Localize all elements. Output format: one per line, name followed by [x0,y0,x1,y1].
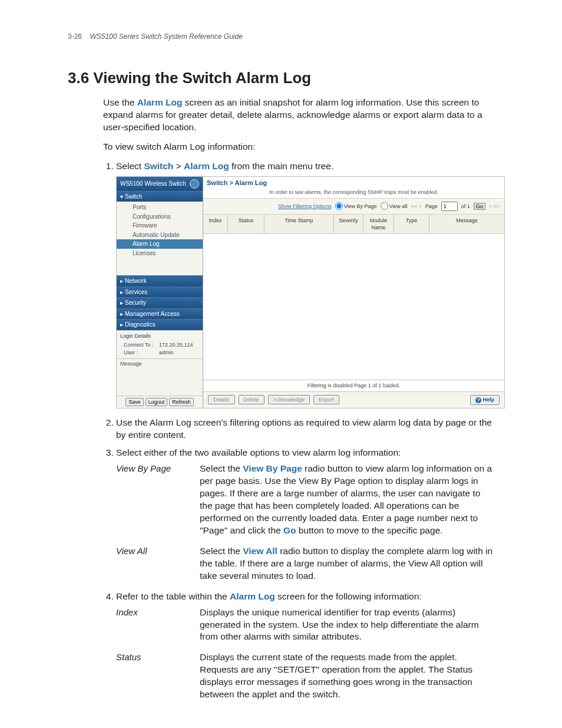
nav-section-security[interactable]: ▸Security [117,297,203,308]
filter-toolbar: Show Filtering Options View By Page View… [203,199,504,215]
option-view-all: View All Select the View All radio butto… [116,545,494,582]
logout-button[interactable]: Logout [146,398,168,406]
gear-icon [125,223,131,228]
step-1: Select Switch > Alarm Log from the main … [116,160,494,409]
page-number: 3-26 [68,32,82,41]
field-status: Status Displays the current state of the… [116,651,494,701]
delete-button[interactable]: Delete [239,395,265,404]
col-module[interactable]: Module Name [363,215,394,233]
action-bar: Details Delete Acknowledge Export ?Help [203,391,504,408]
screenshot-alarm-log: WS5100 Wireless Switch ▾Switch Ports Con… [116,176,505,409]
help-icon: ? [475,397,481,403]
intro-paragraph: Use the Alarm Log screen as an initial s… [103,97,494,134]
col-message[interactable]: Message [429,215,504,233]
nav-buttons: Save Logout Refresh [117,396,203,408]
export-button[interactable]: Export [313,395,339,404]
nav-section-switch[interactable]: ▾Switch [117,191,203,202]
running-header: 3-26 WS5100 Series Switch System Referen… [68,32,494,41]
tree-configurations[interactable]: Configurations [117,212,203,222]
view-all-radio[interactable]: View all [381,202,408,210]
table-header: Index Status Time Stamp Severity Module … [203,215,504,234]
nav-section-mgmt[interactable]: ▸Management Access [117,308,203,319]
show-filtering-link[interactable]: Show Filtering Options [278,203,332,210]
page-number-input[interactable] [441,202,458,211]
col-severity[interactable]: Severity [334,215,363,233]
step-2: Use the Alarm Log screen's filtering opt… [116,417,494,442]
nav-section-network[interactable]: ▸Network [117,275,203,286]
save-button[interactable]: Save [125,398,144,406]
view-options-list: View By Page Select the View By Page rad… [116,463,494,582]
nav-panel: WS5100 Wireless Switch ▾Switch Ports Con… [117,177,203,408]
lead-sentence: To view switch Alarm Log information: [103,141,494,153]
step-3: Select either of the two available optio… [116,447,494,582]
message-panel: Message [117,358,203,383]
step-list: Select Switch > Alarm Log from the main … [103,160,494,701]
field-index: Index Displays the unique numerical iden… [116,607,494,644]
login-details: Login Details Connect To :172.20.25.114 … [117,330,203,358]
key-icon [125,251,131,256]
view-by-page-radio[interactable]: View By Page [335,202,377,210]
main-panel: Switch > Alarm Log In order to see alarm… [203,177,504,408]
doc-title: WS5100 Series Switch System Reference Gu… [90,32,242,41]
col-type[interactable]: Type [394,215,429,233]
alarm-log-keyword: Alarm Log [137,97,183,107]
status-bar: Filtering is disabled Page 1 of 1 loaded… [203,380,504,391]
option-view-by-page: View By Page Select the View By Page rad… [116,463,494,537]
page: 3-26 WS5100 Series Switch System Referen… [0,0,562,728]
col-status[interactable]: Status [228,215,265,233]
page-nav-prev[interactable]: << < [411,203,421,210]
nav-tree: Ports Configurations Firmware Automatic … [117,202,203,275]
snmp-note: In order to see alarms, the correspondin… [203,189,504,198]
nav-section-diag[interactable]: ▸Diagnostics [117,319,203,330]
table-body [203,234,504,380]
body: Use the Alarm Log screen as an initial s… [103,97,494,701]
folder-icon [125,215,131,219]
step-4: Refer to the table within the Alarm Log … [116,591,494,701]
update-icon [125,233,131,238]
brand-bar: WS5100 Wireless Switch [117,177,203,191]
tree-alarm-log[interactable]: Alarm Log [117,239,203,249]
tree-automatic-update[interactable]: Automatic Update [117,230,203,240]
tree-licenses[interactable]: Licenses [117,249,203,258]
go-button[interactable]: Go [474,203,485,210]
alarm-icon [125,242,131,246]
details-button[interactable]: Details [208,395,235,404]
help-button[interactable]: ?Help [470,395,500,405]
breadcrumb: Switch > Alarm Log [203,177,504,189]
ports-icon [125,205,131,210]
field-list: Index Displays the unique numerical iden… [116,607,494,701]
acknowledge-button[interactable]: Acknowledge [268,395,310,404]
tree-firmware[interactable]: Firmware [117,221,203,230]
brand-logo-icon [190,179,199,189]
refresh-button[interactable]: Refresh [169,398,194,406]
page-nav-next[interactable]: > >> [489,203,500,210]
nav-section-services[interactable]: ▸Services [117,286,203,298]
col-timestamp[interactable]: Time Stamp [265,215,334,233]
tree-ports[interactable]: Ports [117,203,203,212]
col-index[interactable]: Index [203,215,228,233]
section-heading: 3.6 Viewing the Switch Alarm Log [68,69,494,87]
